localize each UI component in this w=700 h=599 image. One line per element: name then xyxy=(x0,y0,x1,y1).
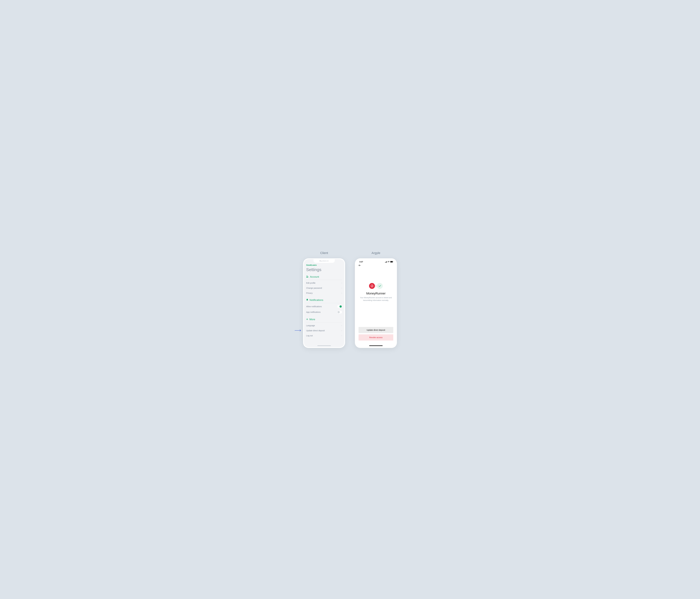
privacy-row[interactable]: Privacy › xyxy=(306,291,342,296)
svg-rect-1 xyxy=(320,261,321,261)
plus-icon xyxy=(306,318,308,321)
more-section-title: More xyxy=(309,318,315,321)
app-notifications-label: App notifications xyxy=(306,311,321,313)
client-column: Client goodloans.com GoodLoans Settings xyxy=(303,251,345,348)
arrow-indicator xyxy=(295,329,302,332)
page-title: Settings xyxy=(306,267,342,272)
edit-profile-row[interactable]: Edit profile › xyxy=(306,280,342,285)
logout-row[interactable]: Log out › xyxy=(306,333,342,338)
account-name: MoneyRunner xyxy=(366,292,385,295)
phone-notch: goodloans.com xyxy=(314,259,335,263)
svg-point-2 xyxy=(307,276,307,276)
chevron-right-icon: › xyxy=(342,325,342,326)
change-password-label: Change password xyxy=(306,287,322,289)
url-text: goodloans.com xyxy=(321,260,329,261)
allow-notifications-row: Allow notifications xyxy=(306,304,342,309)
app-notifications-toggle[interactable] xyxy=(337,311,342,314)
revoke-access-button[interactable]: Revoke access xyxy=(358,334,393,341)
client-title: Client xyxy=(320,251,328,255)
connector-line xyxy=(375,286,377,286)
argyle-title-label: Argyle xyxy=(372,251,380,255)
brand-logo: GoodLoans xyxy=(306,264,342,266)
home-indicator xyxy=(317,345,331,346)
svg-point-4 xyxy=(308,277,308,277)
language-row[interactable]: Language › xyxy=(306,323,342,328)
edit-profile-label: Edit profile xyxy=(306,282,316,284)
person-gear-icon xyxy=(306,275,309,278)
chevron-right-icon: › xyxy=(342,330,342,331)
client-phone: goodloans.com GoodLoans Settings xyxy=(303,258,345,348)
allow-notifications-label: Allow notifications xyxy=(306,305,322,308)
checkmark-icon xyxy=(377,283,383,289)
app-notifications-row: App notifications xyxy=(306,309,342,315)
privacy-label: Privacy xyxy=(306,292,312,294)
chevron-right-icon: › xyxy=(342,335,342,336)
chevron-right-icon: › xyxy=(342,287,342,289)
argyle-phone: 3:27 xyxy=(355,258,397,348)
language-label: Language xyxy=(306,324,315,327)
bell-icon xyxy=(306,299,308,302)
phones-container: Client goodloans.com GoodLoans Settings xyxy=(303,251,397,348)
update-direct-deposit-button[interactable]: Update direct deposit xyxy=(358,327,393,333)
argyle-column: Argyle 3:27 xyxy=(355,251,397,348)
svg-point-21 xyxy=(372,285,373,285)
notifications-section-header: Notifications xyxy=(306,299,342,303)
account-description: Your MoneyRunner account is linked and t… xyxy=(360,296,392,302)
runner-icon xyxy=(369,283,375,289)
allow-notifications-toggle[interactable] xyxy=(337,305,342,308)
home-indicator xyxy=(369,345,383,346)
connection-icons xyxy=(369,283,383,289)
logout-label: Log out xyxy=(306,334,313,337)
update-direct-deposit-label: Update direct deposit xyxy=(306,329,325,332)
account-section-header: Account xyxy=(306,275,342,280)
update-direct-deposit-row[interactable]: Update direct deposit › xyxy=(306,328,342,333)
more-section-header: More xyxy=(306,318,342,322)
notifications-section-title: Notifications xyxy=(309,299,323,302)
lock-icon xyxy=(320,260,321,262)
chevron-right-icon: › xyxy=(342,292,342,294)
change-password-row[interactable]: Change password › xyxy=(306,285,342,291)
account-section-title: Account xyxy=(310,275,319,278)
chevron-right-icon: › xyxy=(342,282,342,284)
